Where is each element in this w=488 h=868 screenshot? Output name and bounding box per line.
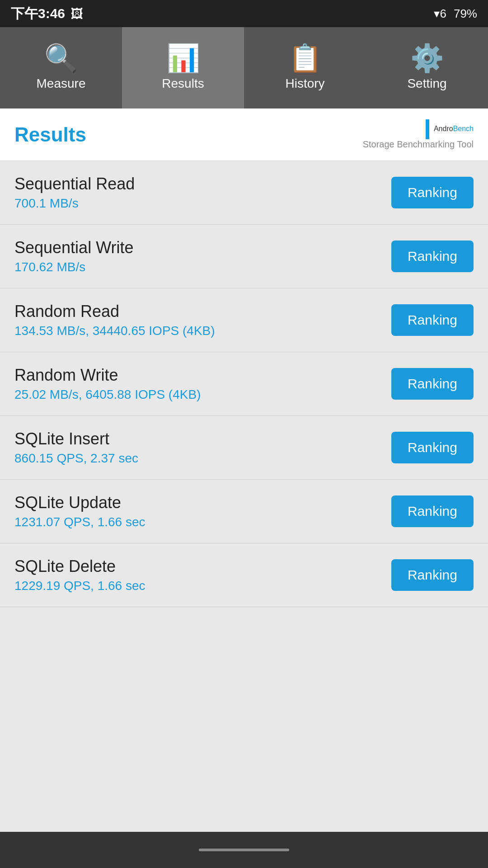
- result-row-sqlite-insert: SQLite Insert 860.15 QPS, 2.37 sec Ranki…: [0, 416, 488, 480]
- result-name-rnd-write: Random Write: [14, 366, 391, 385]
- ranking-button-seq-read[interactable]: Ranking: [391, 177, 474, 208]
- result-value-rnd-read: 134.53 MB/s, 34440.65 IOPS (4KB): [14, 324, 391, 338]
- result-info-sqlite-update: SQLite Update 1231.07 QPS, 1.66 sec: [14, 493, 391, 529]
- tab-measure-label: Measure: [37, 76, 86, 91]
- photo-icon: 🖼: [70, 6, 83, 21]
- result-info-seq-write: Sequential Write 170.62 MB/s: [14, 238, 391, 274]
- bottom-bar: [0, 832, 488, 868]
- status-time: 下午3:46: [11, 5, 65, 23]
- tab-history[interactable]: 📋 History: [244, 27, 366, 108]
- results-list: Sequential Read 700.1 MB/s Ranking Seque…: [0, 161, 488, 607]
- nav-tabs: 🔍 Measure 📊 Results 📋 History ⚙️ Setting: [0, 27, 488, 108]
- tab-results[interactable]: 📊 Results: [122, 27, 244, 108]
- history-icon: 📋: [288, 45, 322, 72]
- result-value-sqlite-update: 1231.07 QPS, 1.66 sec: [14, 515, 391, 529]
- ranking-button-rnd-read[interactable]: Ranking: [391, 304, 474, 336]
- status-right: ▾6 79%: [434, 7, 477, 21]
- setting-icon: ⚙️: [410, 45, 444, 72]
- home-indicator: [199, 849, 289, 851]
- result-name-sqlite-insert: SQLite Insert: [14, 429, 391, 448]
- result-value-sqlite-insert: 860.15 QPS, 2.37 sec: [14, 451, 391, 466]
- brand-logo: AndroBench Storage Benchmarking Tool: [363, 119, 474, 150]
- result-value-sqlite-delete: 1229.19 QPS, 1.66 sec: [14, 579, 391, 593]
- ranking-button-sqlite-insert[interactable]: Ranking: [391, 432, 474, 463]
- result-name-seq-write: Sequential Write: [14, 238, 391, 257]
- result-name-rnd-read: Random Read: [14, 302, 391, 321]
- result-info-sqlite-delete: SQLite Delete 1229.19 QPS, 1.66 sec: [14, 557, 391, 593]
- result-row-sqlite-update: SQLite Update 1231.07 QPS, 1.66 sec Rank…: [0, 480, 488, 543]
- brand-bench: Bench: [453, 125, 474, 132]
- tab-measure[interactable]: 🔍 Measure: [0, 27, 122, 108]
- brand-subtitle: Storage Benchmarking Tool: [363, 139, 474, 150]
- tab-setting-label: Setting: [407, 76, 446, 91]
- ranking-button-sqlite-update[interactable]: Ranking: [391, 495, 474, 527]
- result-info-rnd-read: Random Read 134.53 MB/s, 34440.65 IOPS (…: [14, 302, 391, 338]
- brand-bar: [426, 119, 429, 139]
- result-name-sqlite-update: SQLite Update: [14, 493, 391, 512]
- result-row-rnd-read: Random Read 134.53 MB/s, 34440.65 IOPS (…: [0, 288, 488, 352]
- result-name-seq-read: Sequential Read: [14, 175, 391, 193]
- result-value-seq-read: 700.1 MB/s: [14, 196, 391, 211]
- result-info-rnd-write: Random Write 25.02 MB/s, 6405.88 IOPS (4…: [14, 366, 391, 402]
- result-info-seq-read: Sequential Read 700.1 MB/s: [14, 175, 391, 211]
- tab-results-label: Results: [162, 76, 204, 91]
- battery-icon: 79%: [454, 7, 477, 21]
- ranking-button-seq-write[interactable]: Ranking: [391, 241, 474, 272]
- page-title: Results: [14, 123, 86, 146]
- wifi-icon: ▾6: [434, 7, 446, 21]
- result-row-seq-write: Sequential Write 170.62 MB/s Ranking: [0, 225, 488, 288]
- ranking-button-rnd-write[interactable]: Ranking: [391, 368, 474, 400]
- result-value-rnd-write: 25.02 MB/s, 6405.88 IOPS (4KB): [14, 387, 391, 402]
- result-row-seq-read: Sequential Read 700.1 MB/s Ranking: [0, 161, 488, 225]
- status-left: 下午3:46 🖼: [11, 5, 83, 23]
- result-info-sqlite-insert: SQLite Insert 860.15 QPS, 2.37 sec: [14, 429, 391, 466]
- measure-icon: 🔍: [44, 45, 78, 72]
- tab-setting[interactable]: ⚙️ Setting: [366, 27, 488, 108]
- result-value-seq-write: 170.62 MB/s: [14, 260, 391, 274]
- result-row-sqlite-delete: SQLite Delete 1229.19 QPS, 1.66 sec Rank…: [0, 543, 488, 607]
- ranking-button-sqlite-delete[interactable]: Ranking: [391, 559, 474, 591]
- results-header: Results AndroBench Storage Benchmarking …: [0, 108, 488, 161]
- tab-history-label: History: [285, 76, 324, 91]
- results-icon: 📊: [166, 45, 200, 72]
- status-bar: 下午3:46 🖼 ▾6 79%: [0, 0, 488, 27]
- result-row-rnd-write: Random Write 25.02 MB/s, 6405.88 IOPS (4…: [0, 352, 488, 416]
- brand-andro: Andro: [434, 125, 453, 132]
- result-name-sqlite-delete: SQLite Delete: [14, 557, 391, 576]
